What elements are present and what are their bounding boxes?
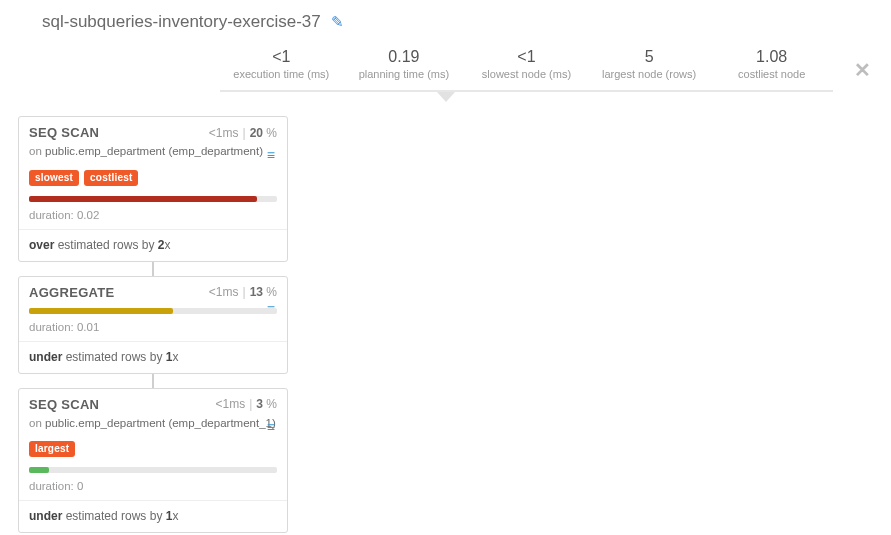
tree-connector [152, 374, 154, 388]
stat-value: 5 [588, 48, 711, 66]
node-pct: 13 [250, 285, 263, 299]
tag-slowest: slowest [29, 170, 79, 186]
node-time: <1ms [209, 126, 239, 140]
node-pct-suffix: % [263, 397, 277, 411]
plan-node-aggregate[interactable]: AGGREGATE <1ms|13 % ≡ duration: 0.01 und… [18, 276, 288, 374]
duration-bar-fill [29, 308, 173, 314]
stat-slowest-node[interactable]: <1 slowest node (ms) [465, 48, 588, 80]
node-tags: largest [19, 437, 287, 465]
stat-value: 0.19 [343, 48, 466, 66]
close-icon[interactable]: ✕ [854, 58, 871, 82]
database-icon[interactable]: ≡ [267, 147, 275, 163]
stat-value: <1 [220, 48, 343, 66]
duration-bar [29, 308, 277, 314]
on-prefix: on [29, 417, 45, 429]
stat-label: slowest node (ms) [465, 68, 588, 80]
stats-bar: <1 execution time (ms) 0.19 planning tim… [220, 42, 833, 92]
relation-name: public.emp_department (emp_department_1) [45, 417, 276, 429]
row-estimate: over estimated rows by 2x [19, 230, 287, 261]
edit-title-icon[interactable]: ✎ [331, 13, 344, 31]
node-time: <1ms [215, 397, 245, 411]
stat-planning-time[interactable]: 0.19 planning time (ms) [343, 48, 466, 80]
node-pct: 3 [256, 397, 263, 411]
tag-largest: largest [29, 441, 75, 457]
tag-costliest: costliest [84, 170, 138, 186]
plan-node-seqscan-1[interactable]: SEQ SCAN <1ms|20 % on public.emp_departm… [18, 116, 288, 262]
plan-node-seqscan-2[interactable]: SEQ SCAN <1ms|3 % on public.emp_departme… [18, 388, 288, 534]
duration-bar-fill [29, 467, 49, 473]
on-prefix: on [29, 145, 45, 157]
node-pct-suffix: % [263, 285, 277, 299]
node-header: AGGREGATE <1ms|13 % [19, 277, 287, 304]
stat-value: 1.08 [710, 48, 833, 66]
stat-value: <1 [465, 48, 588, 66]
tree-connector [152, 262, 154, 276]
node-timing: <1ms|3 % [215, 397, 277, 411]
node-tags: slowest costliest [19, 166, 287, 194]
plan-tree: SEQ SCAN <1ms|20 % on public.emp_departm… [18, 116, 288, 533]
node-relation: on public.emp_department (emp_department… [19, 416, 287, 438]
stat-execution-time[interactable]: <1 execution time (ms) [220, 48, 343, 80]
plan-title: sql-subqueries-inventory-exercise-37 [42, 12, 321, 32]
node-relation: on public.emp_department (emp_department… [19, 144, 287, 166]
node-type: AGGREGATE [29, 285, 115, 300]
node-type: SEQ SCAN [29, 125, 99, 140]
node-pct-suffix: % [263, 126, 277, 140]
page-title-row: sql-subqueries-inventory-exercise-37 ✎ [18, 8, 873, 38]
node-pct: 20 [250, 126, 263, 140]
duration-bar-fill [29, 196, 257, 202]
duration-text: duration: 0 [19, 477, 287, 498]
node-header: SEQ SCAN <1ms|3 % [19, 389, 287, 416]
row-estimate: under estimated rows by 1x [19, 342, 287, 373]
row-estimate: under estimated rows by 1x [19, 501, 287, 532]
node-type: SEQ SCAN [29, 397, 99, 412]
stats-bar-wrap: <1 execution time (ms) 0.19 planning tim… [18, 42, 873, 92]
stat-largest-node[interactable]: 5 largest node (rows) [588, 48, 711, 80]
stat-label: costliest node [710, 68, 833, 80]
node-timing: <1ms|13 % [209, 285, 277, 299]
stat-costliest-node[interactable]: 1.08 costliest node [710, 48, 833, 80]
database-icon[interactable]: ≡ [267, 419, 275, 435]
node-time: <1ms [209, 285, 239, 299]
stat-label: largest node (rows) [588, 68, 711, 80]
node-timing: <1ms|20 % [209, 126, 277, 140]
duration-bar [29, 467, 277, 473]
stats-pointer-icon [437, 92, 455, 102]
duration-bar [29, 196, 277, 202]
node-header: SEQ SCAN <1ms|20 % [19, 117, 287, 144]
stat-label: execution time (ms) [220, 68, 343, 80]
stat-label: planning time (ms) [343, 68, 466, 80]
duration-text: duration: 0.02 [19, 206, 287, 227]
relation-name: public.emp_department (emp_department) [45, 145, 263, 157]
duration-text: duration: 0.01 [19, 318, 287, 339]
